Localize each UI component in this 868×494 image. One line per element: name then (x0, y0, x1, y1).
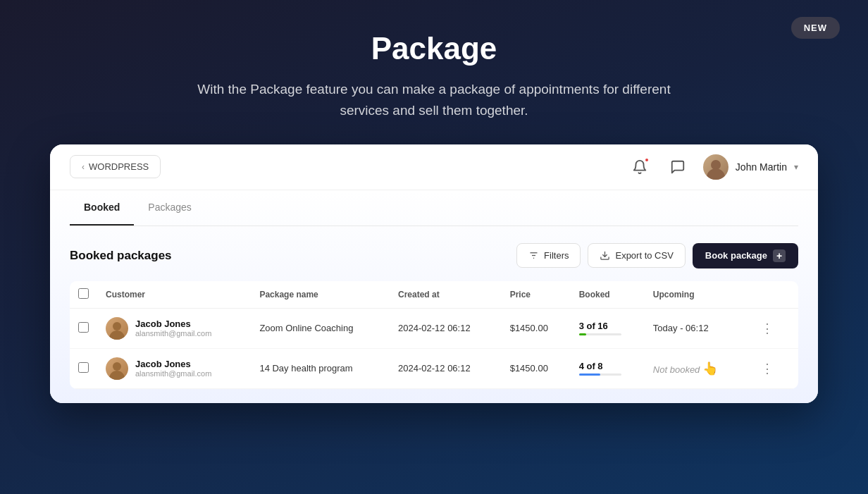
row-1-checkbox-cell (70, 308, 97, 348)
price-column-header: Price (502, 281, 571, 309)
customer-column-header: Customer (97, 281, 251, 309)
row-2-upcoming: Not booked 👆 (645, 348, 747, 388)
package-name-column-header: Package name (251, 281, 390, 309)
export-csv-button[interactable]: Export to CSV (588, 243, 685, 268)
row-2-booked: 4 of 8 (571, 348, 645, 388)
chevron-down-icon: ▾ (794, 162, 798, 172)
row-2-progress-bar (579, 373, 621, 376)
notification-dot (644, 157, 650, 163)
chat-button[interactable] (665, 154, 690, 180)
row-1-checkbox[interactable] (78, 322, 89, 333)
row-2-checkbox-cell (70, 348, 97, 388)
chat-icon (670, 159, 686, 175)
tab-packages[interactable]: Packages (134, 190, 205, 226)
chevron-left-icon: ‹ (82, 162, 85, 172)
row-1-price: $1450.00 (502, 308, 571, 348)
tab-booked[interactable]: Booked (70, 190, 134, 226)
row-2-avatar (106, 357, 128, 380)
select-all-checkbox[interactable] (78, 288, 89, 299)
page-title: Package (0, 31, 868, 66)
row-1-progress-fill (579, 333, 587, 335)
row-1-upcoming: Today - 06:12 (645, 308, 747, 348)
filters-icon (528, 250, 539, 261)
user-menu[interactable]: John Martin ▾ (703, 154, 798, 180)
row-2-more-button[interactable]: ⋮ (755, 358, 790, 379)
page-subtitle: With the Package feature you can make a … (187, 79, 681, 122)
row-1-actions: ⋮ (747, 308, 798, 348)
table-row: Jacob Jones alansmith@gmail.com Zoom Onl… (70, 308, 798, 348)
row-2-package-name: 14 Day health program (251, 348, 390, 388)
row-2-progress-fill (579, 373, 600, 376)
row-2-actions: ⋮ (747, 348, 798, 388)
new-badge: NEW (791, 17, 840, 39)
filters-button[interactable]: Filters (516, 243, 581, 268)
table-actions: Filters Export to CSV Book package + (516, 243, 798, 268)
download-icon (600, 250, 610, 261)
row-2-customer: Jacob Jones alansmith@gmail.com (97, 348, 251, 388)
topbar: ‹ WORDPRESS John Martin (50, 144, 818, 190)
table-row: Jacob Jones alansmith@gmail.com 14 Day h… (70, 348, 798, 388)
row-1-created-at: 2024-02-12 06:12 (390, 308, 502, 348)
hero-section: Package With the Package feature you can… (0, 0, 868, 144)
notifications-button[interactable] (627, 154, 652, 180)
topbar-right: John Martin ▾ (627, 154, 798, 180)
back-button[interactable]: ‹ WORDPRESS (70, 155, 161, 178)
row-1-booked: 3 of 16 (571, 308, 645, 348)
book-package-button[interactable]: Book package + (693, 243, 798, 268)
table-title: Booked packages (70, 249, 172, 263)
row-1-customer: Jacob Jones alansmith@gmail.com (97, 308, 251, 348)
table-header-row: Booked packages Filters (70, 243, 798, 268)
topbar-left: ‹ WORDPRESS (70, 155, 161, 178)
back-button-label: WORDPRESS (89, 161, 149, 172)
user-name-label: John Martin (736, 161, 787, 173)
bookings-table: Customer Package name Created at Price B… (70, 281, 798, 389)
select-all-column (70, 281, 97, 309)
created-at-column-header: Created at (390, 281, 502, 309)
content-area: Booked Packages Booked packages Filters (50, 190, 818, 403)
row-2-checkbox[interactable] (78, 362, 89, 373)
row-1-more-button[interactable]: ⋮ (755, 318, 790, 339)
actions-column-header (747, 281, 798, 309)
row-2-created-at: 2024-02-12 06:12 (390, 348, 502, 388)
row-2-price: $1450.00 (502, 348, 571, 388)
row-1-progress-bar (579, 333, 621, 335)
avatar (703, 154, 728, 180)
row-1-package-name: Zoom Online Coaching (251, 308, 390, 348)
book-plus-icon: + (773, 249, 786, 262)
booked-column-header: Booked (571, 281, 645, 309)
cursor-icon: 👆 (702, 362, 718, 376)
row-1-avatar (106, 317, 128, 340)
upcoming-column-header: Upcoming (645, 281, 747, 309)
app-window: ‹ WORDPRESS John Martin (50, 144, 818, 403)
tabs-bar: Booked Packages (70, 190, 798, 226)
